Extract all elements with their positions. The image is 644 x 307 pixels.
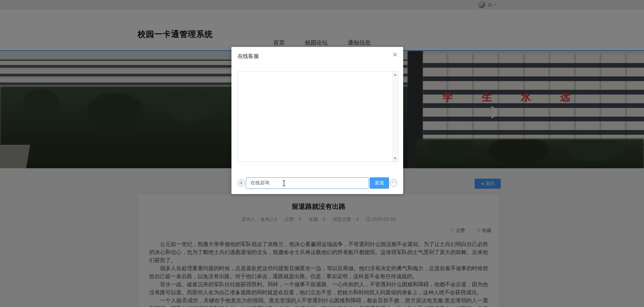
emoji-smiley-icon[interactable] [390, 179, 397, 187]
chat-scrollbar[interactable] [392, 72, 398, 162]
chat-input-wrap [246, 177, 369, 189]
send-button[interactable]: 发送 [370, 177, 389, 189]
chat-input[interactable] [246, 177, 369, 189]
close-icon[interactable]: × [392, 51, 398, 58]
scroll-down-icon[interactable] [393, 158, 397, 160]
dialog-title: 在线客服 [237, 53, 259, 60]
customer-service-dialog: 在线客服 × 发送 [231, 47, 403, 194]
chat-footer: 发送 [237, 177, 397, 189]
chat-message-area [237, 71, 398, 162]
scroll-up-icon[interactable] [393, 74, 397, 76]
mouse-ibeam-cursor [282, 180, 286, 186]
attach-plus-icon[interactable] [237, 179, 245, 187]
page: 11 ▼ 校园一卡通管理系统 首页 校园论坛 通知信息 学 生 水 远 ❯ ◀ … [0, 0, 644, 307]
